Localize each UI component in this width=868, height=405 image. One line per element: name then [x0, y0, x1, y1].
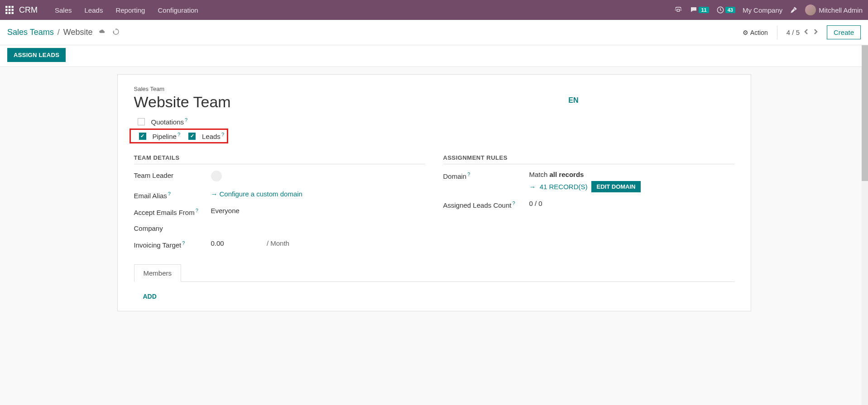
help-icon[interactable]: ? — [182, 240, 185, 246]
accept-emails-value[interactable]: Everyone — [211, 207, 425, 214]
status-bar: ASSIGN LEADS — [0, 45, 868, 67]
team-leader-label: Team Leader — [134, 171, 211, 179]
email-alias-label-text: Email Alias — [134, 192, 167, 200]
app-title[interactable]: CRM — [19, 5, 38, 15]
help-icon[interactable]: ? — [168, 191, 171, 196]
breadcrumb: Sales Teams / Website — [7, 28, 120, 37]
match-text: Match all records — [529, 171, 734, 178]
email-alias-label: Email Alias? — [134, 190, 211, 200]
leader-avatar-icon — [211, 171, 222, 181]
breadcrumb-current: Website — [63, 28, 93, 37]
scrollbar-thumb[interactable] — [862, 45, 868, 181]
configure-domain-link[interactable]: →Configure a custom domain — [211, 190, 302, 198]
invoicing-target-suffix: / Month — [267, 239, 289, 247]
breadcrumb-sep: / — [58, 28, 60, 37]
nav-configuration[interactable]: Configuration — [151, 6, 204, 14]
pager-next[interactable] — [813, 29, 818, 37]
arrow-right-icon: → — [211, 190, 218, 198]
scrollbar[interactable] — [862, 45, 868, 311]
gear-icon: ⚙ — [743, 29, 748, 36]
records-count: 41 RECORD(S) — [540, 183, 588, 191]
accept-emails-row: Accept Emails From? Everyone — [134, 207, 425, 216]
breadcrumb-parent[interactable]: Sales Teams — [7, 28, 54, 37]
pager-text[interactable]: 4 / 5 — [786, 29, 800, 36]
assignment-rules-column: ASSIGNMENT RULES Domain? Match all recor… — [443, 154, 734, 256]
domain-value: Match all records → 41 RECORD(S) EDIT DO… — [529, 171, 734, 192]
pager-prev[interactable] — [804, 29, 809, 37]
assign-leads-button[interactable]: ASSIGN LEADS — [7, 48, 66, 62]
divider — [777, 26, 777, 39]
invoicing-target-row: Invoicing Target? 0.00 / Month — [134, 239, 425, 249]
undo-icon[interactable] — [112, 28, 120, 37]
team-details-title: TEAM DETAILS — [134, 154, 425, 164]
pipeline-checkbox[interactable] — [139, 133, 146, 140]
company-label: Company — [134, 224, 211, 232]
assigned-leads-label: Assigned Leads Count? — [443, 200, 529, 209]
help-icon[interactable]: ? — [467, 172, 470, 177]
main-content: EN Sales Team Website Team Quotations? P… — [0, 67, 868, 311]
nav-sales[interactable]: Sales — [48, 6, 78, 14]
company-selector[interactable]: My Company — [743, 6, 782, 14]
invoicing-target-label: Invoicing Target? — [134, 239, 211, 249]
help-icon[interactable]: ? — [196, 208, 198, 213]
add-button[interactable]: ADD — [143, 293, 157, 300]
assigned-leads-value: 0 / 0 — [529, 200, 734, 207]
leads-label: Leads? — [202, 132, 224, 140]
svg-rect-6 — [5, 12, 8, 14]
avatar-icon — [805, 5, 816, 15]
help-icon[interactable]: ? — [177, 132, 180, 137]
chat-badge: 11 — [699, 7, 709, 13]
top-navbar: CRM Sales Leads Reporting Configuration … — [0, 0, 868, 20]
email-alias-value: →Configure a custom domain — [211, 190, 425, 198]
invoicing-target-label-text: Invoicing Target — [134, 241, 182, 249]
quotations-checkbox[interactable] — [138, 118, 145, 125]
form-sheet: EN Sales Team Website Team Quotations? P… — [117, 74, 751, 311]
chat-icon[interactable]: 11 — [690, 6, 709, 14]
leads-label-text: Leads — [202, 133, 221, 140]
tab-members[interactable]: Members — [134, 264, 182, 282]
pipeline-label: Pipeline? — [153, 132, 181, 140]
activity-icon[interactable]: 43 — [716, 6, 735, 14]
svg-rect-0 — [5, 6, 8, 8]
edit-domain-button[interactable]: EDIT DOMAIN — [591, 181, 641, 192]
user-menu[interactable]: Mitchell Admin — [805, 5, 863, 15]
domain-label: Domain? — [443, 171, 529, 180]
language-toggle[interactable]: EN — [568, 96, 578, 105]
invoicing-target-amount: 0.00 — [211, 239, 224, 247]
svg-rect-9 — [677, 10, 680, 12]
help-icon[interactable]: ? — [221, 132, 224, 137]
team-details-column: TEAM DETAILS Team Leader Email Alias? →C… — [134, 154, 425, 256]
apps-icon[interactable] — [5, 6, 14, 14]
accept-emails-label: Accept Emails From? — [134, 207, 211, 216]
leads-checkbox[interactable] — [188, 133, 196, 140]
svg-rect-8 — [12, 12, 14, 14]
records-link[interactable]: → 41 RECORD(S) — [529, 183, 588, 191]
company-row: Company — [134, 224, 425, 232]
team-leader-value[interactable] — [211, 171, 425, 183]
invoicing-target-value[interactable]: 0.00 / Month — [211, 239, 425, 247]
help-icon[interactable]: ? — [512, 200, 515, 206]
svg-rect-1 — [9, 6, 11, 8]
quotations-label: Quotations? — [151, 117, 188, 126]
phone-icon[interactable] — [674, 6, 682, 14]
assigned-leads-row: Assigned Leads Count? 0 / 0 — [443, 200, 734, 209]
svg-rect-2 — [12, 6, 14, 8]
tools-icon[interactable] — [790, 6, 798, 14]
configure-domain-text: Configure a custom domain — [220, 190, 302, 198]
help-icon[interactable]: ? — [185, 117, 187, 123]
accept-emails-label-text: Accept Emails From — [134, 209, 195, 216]
team-name-input[interactable]: Website Team — [134, 93, 734, 111]
tabs: Members — [134, 264, 734, 282]
nav-reporting[interactable]: Reporting — [109, 6, 151, 14]
nav-leads[interactable]: Leads — [78, 6, 110, 14]
breadcrumb-right: ⚙ Action 4 / 5 Create — [743, 25, 861, 39]
create-button[interactable]: Create — [827, 25, 861, 39]
user-name: Mitchell Admin — [819, 6, 863, 14]
svg-rect-4 — [9, 9, 11, 11]
action-dropdown[interactable]: ⚙ Action — [743, 29, 768, 36]
domain-label-text: Domain — [443, 172, 467, 180]
quotations-row: Quotations? — [138, 117, 734, 126]
cloud-icon[interactable] — [99, 28, 106, 37]
assignment-rules-title: ASSIGNMENT RULES — [443, 154, 734, 164]
domain-row: Domain? Match all records → 41 RECORD(S)… — [443, 171, 734, 192]
